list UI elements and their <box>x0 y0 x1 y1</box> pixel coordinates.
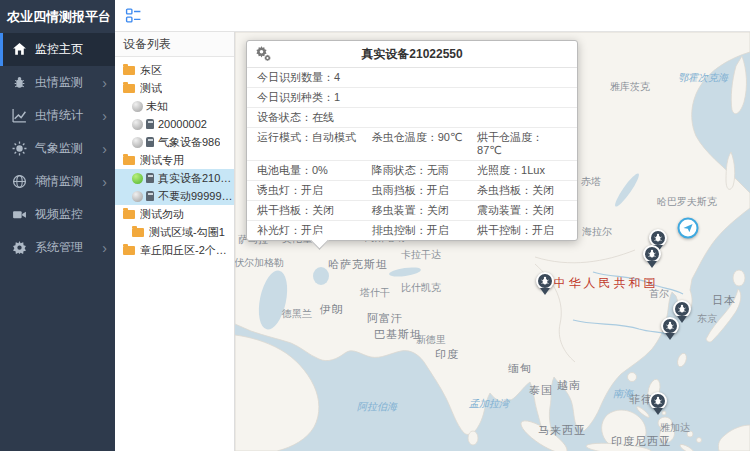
tree-folder[interactable]: 测试专用 <box>115 151 234 169</box>
tree-device[interactable]: 20000002 <box>115 115 234 133</box>
popup-field: 虫雨挡板：开启 <box>372 184 477 197</box>
popup-row: 今日识别数量：4 <box>247 68 577 88</box>
status-ball-icon <box>132 101 143 112</box>
popup-row: 补光灯：开启排虫控制：开启烘干控制：开启 <box>247 221 577 240</box>
tree-folder[interactable]: 测试 <box>115 79 234 97</box>
sidebar-item-label: 虫情监测 <box>35 74 102 91</box>
popup-field: 光照度：1Lux <box>477 164 567 177</box>
tree-device[interactable]: 未知 <box>115 97 234 115</box>
tree-device[interactable]: 不要动99999999 <box>115 187 234 205</box>
popup-title: 真实设备21022550 <box>361 47 462 61</box>
marker-tail <box>653 408 663 415</box>
tree-folder[interactable]: 章丘阳丘区-2个摄像头 <box>115 241 234 259</box>
tree-folder[interactable]: 东区 <box>115 61 234 79</box>
globe-icon <box>12 174 27 189</box>
device-panel-toggle-icon[interactable] <box>125 7 142 24</box>
sidebar-item-label: 监控主页 <box>35 41 107 58</box>
device-panel: 设备列表 东区测试未知20000002气象设备986测试专用真实设备210225… <box>115 32 235 451</box>
folder-icon <box>123 156 135 165</box>
device-popup: 真实设备21022550 今日识别数量：4今日识别种类：1设备状态：在线运行模式… <box>246 40 578 241</box>
status-ball-icon <box>132 137 143 148</box>
tree-label: 气象设备986 <box>158 135 220 150</box>
send-icon <box>678 218 699 239</box>
device-marker[interactable] <box>643 245 661 268</box>
popup-field: 烘干控制：开启 <box>477 224 567 237</box>
sidebar-item-insect-stats[interactable]: 虫情统计› <box>0 99 115 132</box>
gear-icon <box>12 240 27 255</box>
chart-icon <box>12 108 27 123</box>
folder-icon <box>123 84 135 93</box>
sidebar-item-label: 视频监控 <box>35 206 107 223</box>
app-title: 农业四情测报平台 <box>0 0 115 33</box>
chevron-right-icon: › <box>102 241 107 255</box>
app-root: 农业四情测报平台 监控主页虫情监测›虫情统计›气象监测›墒情监测›视频监控系统管… <box>0 0 750 451</box>
topbar <box>115 0 750 32</box>
sidebar-item-soil[interactable]: 墒情监测› <box>0 165 115 198</box>
sidebar-item-weather[interactable]: 气象监测› <box>0 132 115 165</box>
status-ball-icon <box>132 173 143 184</box>
tree-device[interactable]: 气象设备986 <box>115 133 234 151</box>
tree-label: 章丘阳丘区-2个摄像头 <box>140 243 234 258</box>
popup-field: 补光灯：开启 <box>257 224 372 237</box>
map[interactable]: 雅库茨克鄂霍次克海赤塔哈巴罗夫斯克乌法萨马拉奥伦堡伏尔加格勒阿斯塔纳卡拉干达哈萨… <box>235 32 750 451</box>
settings-gear-icon[interactable] <box>255 45 271 61</box>
popup-field: 运行模式：自动模式 <box>257 131 372 157</box>
tree-folder[interactable]: 测试勿动 <box>115 205 234 223</box>
device-icon <box>146 119 154 129</box>
chevron-right-icon: › <box>102 109 107 123</box>
sidebar-menu: 监控主页虫情监测›虫情统计›气象监测›墒情监测›视频监控系统管理› <box>0 33 115 264</box>
popup-field: 移虫装置：关闭 <box>372 204 477 217</box>
popup-field: 降雨状态：无雨 <box>372 164 477 177</box>
tree-label: 不要动99999999 <box>158 189 234 204</box>
folder-icon <box>123 210 135 219</box>
tree-label: 测试专用 <box>140 153 184 168</box>
sidebar-item-video[interactable]: 视频监控 <box>0 198 115 231</box>
status-ball-icon <box>132 119 143 130</box>
popup-field: 杀虫挡板：关闭 <box>477 184 567 197</box>
tree-label: 未知 <box>146 99 168 114</box>
folder-icon <box>123 246 135 255</box>
chevron-right-icon: › <box>102 175 107 189</box>
sidebar-item-home[interactable]: 监控主页 <box>0 33 115 66</box>
sidebar-item-insect-monitor[interactable]: 虫情监测› <box>0 66 115 99</box>
device-marker[interactable] <box>536 272 554 295</box>
popup-body: 今日识别数量：4今日识别种类：1设备状态：在线运行模式：自动模式杀虫仓温度：90… <box>247 68 577 240</box>
device-icon <box>146 137 154 147</box>
sidebar-item-system[interactable]: 系统管理› <box>0 231 115 264</box>
popup-field: 电池电量：0% <box>257 164 372 177</box>
popup-row: 运行模式：自动模式杀虫仓温度：90℃烘干仓温度：87℃ <box>247 128 577 161</box>
sidebar-item-label: 系统管理 <box>35 239 102 256</box>
popup-title-bar: 真实设备21022550 <box>247 41 577 68</box>
sidebar-item-label: 墒情监测 <box>35 173 102 190</box>
tree-label: 测试区域-勾圈1 <box>149 225 225 240</box>
tree-label: 测试勿动 <box>140 207 184 222</box>
sidebar-item-label: 气象监测 <box>35 140 102 157</box>
sun-icon <box>12 141 27 156</box>
home-icon <box>12 42 27 57</box>
status-ball-icon <box>132 191 143 202</box>
device-marker[interactable] <box>649 392 667 415</box>
popup-row: 今日识别种类：1 <box>247 88 577 108</box>
popup-field: 排虫控制：开启 <box>372 224 477 237</box>
tree-device[interactable]: 真实设备21022550 <box>115 169 234 187</box>
popup-field: 烘干挡板：关闭 <box>257 204 372 217</box>
popup-field: 诱虫灯：开启 <box>257 184 372 197</box>
tree-label: 真实设备21022550 <box>158 171 234 186</box>
main-area: 设备列表 东区测试未知20000002气象设备986测试专用真实设备210225… <box>115 0 750 451</box>
folder-icon <box>132 228 144 237</box>
device-marker[interactable] <box>661 317 679 340</box>
popup-field: 杀虫仓温度：90℃ <box>372 131 477 157</box>
device-icon <box>146 191 154 201</box>
chevron-right-icon: › <box>102 76 107 90</box>
popup-row: 烘干挡板：关闭移虫装置：关闭震动装置：关闭 <box>247 201 577 221</box>
chevron-right-icon: › <box>102 142 107 156</box>
folder-icon <box>123 66 135 75</box>
tree-folder[interactable]: 测试区域-勾圈1 <box>115 223 234 241</box>
cluster-marker[interactable] <box>678 218 699 239</box>
marker-tail <box>665 333 675 340</box>
tree-label: 测试 <box>140 81 162 96</box>
popup-row: 设备状态：在线 <box>247 108 577 128</box>
device-panel-title: 设备列表 <box>115 32 234 57</box>
popup-row: 电池电量：0%降雨状态：无雨光照度：1Lux <box>247 161 577 181</box>
tree-label: 20000002 <box>158 118 207 130</box>
